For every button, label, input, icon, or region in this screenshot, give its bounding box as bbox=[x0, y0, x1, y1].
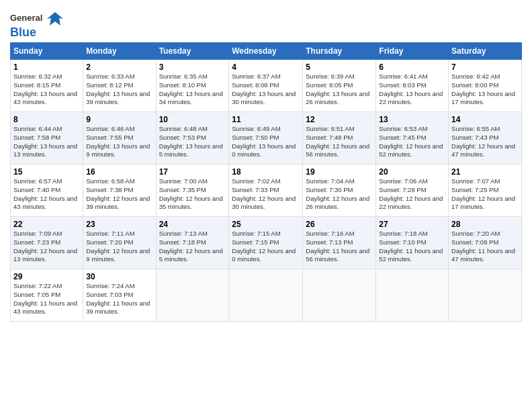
day-info: Sunrise: 6:33 AM Sunset: 8:12 PM Dayligh… bbox=[86, 73, 152, 107]
day-number: 17 bbox=[159, 167, 226, 177]
day-number: 28 bbox=[451, 220, 519, 229]
day-number: 15 bbox=[13, 167, 80, 177]
calendar-cell: 9 Sunrise: 6:46 AM Sunset: 7:55 PM Dayli… bbox=[83, 112, 156, 165]
day-info: Sunrise: 7:02 AM Sunset: 7:33 PM Dayligh… bbox=[232, 177, 300, 212]
day-info: Sunrise: 6:42 AM Sunset: 8:00 PM Dayligh… bbox=[451, 73, 519, 107]
calendar-cell: 1 Sunrise: 6:32 AM Sunset: 8:15 PM Dayli… bbox=[11, 60, 83, 112]
day-info: Sunrise: 6:35 AM Sunset: 8:10 PM Dayligh… bbox=[159, 73, 226, 107]
calendar-cell: 28 Sunrise: 7:20 AM Sunset: 7:08 PM Dayl… bbox=[449, 217, 522, 269]
day-info: Sunrise: 7:18 AM Sunset: 7:10 PM Dayligh… bbox=[379, 230, 445, 264]
calendar-cell: 12 Sunrise: 6:51 AM Sunset: 7:48 PM Dayl… bbox=[303, 112, 376, 165]
calendar-cell: 11 Sunrise: 6:49 AM Sunset: 7:50 PM Dayl… bbox=[229, 112, 303, 165]
calendar-cell bbox=[303, 269, 376, 322]
day-info: Sunrise: 6:37 AM Sunset: 8:08 PM Dayligh… bbox=[232, 73, 300, 107]
day-info: Sunrise: 6:44 AM Sunset: 7:58 PM Dayligh… bbox=[13, 125, 80, 159]
day-number: 9 bbox=[86, 115, 152, 124]
day-info: Sunrise: 7:09 AM Sunset: 7:23 PM Dayligh… bbox=[13, 230, 80, 264]
calendar-cell: 6 Sunrise: 6:41 AM Sunset: 8:03 PM Dayli… bbox=[376, 60, 449, 112]
calendar-cell: 20 Sunrise: 7:06 AM Sunset: 7:28 PM Dayl… bbox=[376, 165, 449, 217]
calendar-cell: 7 Sunrise: 6:42 AM Sunset: 8:00 PM Dayli… bbox=[449, 60, 522, 112]
calendar-header-monday: Monday bbox=[83, 43, 156, 60]
day-info: Sunrise: 6:46 AM Sunset: 7:55 PM Dayligh… bbox=[86, 125, 152, 159]
calendar-cell: 14 Sunrise: 6:55 AM Sunset: 7:43 PM Dayl… bbox=[449, 112, 522, 165]
calendar-header-saturday: Saturday bbox=[449, 43, 522, 60]
day-number: 2 bbox=[86, 62, 152, 72]
calendar-cell bbox=[156, 269, 229, 322]
calendar-cell: 10 Sunrise: 6:48 AM Sunset: 7:53 PM Dayl… bbox=[156, 112, 229, 165]
calendar-cell: 23 Sunrise: 7:11 AM Sunset: 7:20 PM Dayl… bbox=[83, 217, 156, 269]
calendar-cell: 26 Sunrise: 7:16 AM Sunset: 7:13 PM Dayl… bbox=[303, 217, 376, 269]
calendar-cell: 17 Sunrise: 7:00 AM Sunset: 7:35 PM Dayl… bbox=[156, 165, 229, 217]
calendar-cell: 16 Sunrise: 6:58 AM Sunset: 7:38 PM Dayl… bbox=[83, 165, 156, 217]
day-number: 13 bbox=[379, 115, 445, 124]
day-number: 27 bbox=[379, 220, 445, 229]
day-info: Sunrise: 6:55 AM Sunset: 7:43 PM Dayligh… bbox=[451, 125, 519, 159]
logo-general: General bbox=[10, 13, 42, 23]
calendar-cell: 8 Sunrise: 6:44 AM Sunset: 7:58 PM Dayli… bbox=[11, 112, 83, 165]
calendar-cell: 15 Sunrise: 6:57 AM Sunset: 7:40 PM Dayl… bbox=[11, 165, 83, 217]
day-number: 21 bbox=[451, 167, 519, 177]
svg-marker-0 bbox=[47, 12, 63, 26]
day-number: 3 bbox=[159, 62, 226, 72]
logo-bird-icon bbox=[46, 9, 64, 28]
day-info: Sunrise: 7:06 AM Sunset: 7:28 PM Dayligh… bbox=[379, 177, 445, 212]
calendar-cell: 27 Sunrise: 7:18 AM Sunset: 7:10 PM Dayl… bbox=[376, 217, 449, 269]
day-info: Sunrise: 6:39 AM Sunset: 8:05 PM Dayligh… bbox=[306, 73, 373, 107]
calendar-cell bbox=[376, 269, 449, 322]
day-info: Sunrise: 6:49 AM Sunset: 7:50 PM Dayligh… bbox=[232, 125, 300, 159]
calendar-week-4: 22 Sunrise: 7:09 AM Sunset: 7:23 PM Dayl… bbox=[11, 217, 522, 269]
day-number: 20 bbox=[379, 167, 445, 177]
calendar-cell: 25 Sunrise: 7:15 AM Sunset: 7:15 PM Dayl… bbox=[229, 217, 303, 269]
day-number: 26 bbox=[306, 220, 373, 229]
day-info: Sunrise: 7:11 AM Sunset: 7:20 PM Dayligh… bbox=[86, 230, 152, 264]
calendar-week-1: 1 Sunrise: 6:32 AM Sunset: 8:15 PM Dayli… bbox=[11, 60, 522, 112]
day-number: 24 bbox=[159, 220, 226, 229]
logo: General Blue bbox=[10, 9, 64, 40]
day-number: 29 bbox=[13, 272, 80, 281]
day-info: Sunrise: 6:32 AM Sunset: 8:15 PM Dayligh… bbox=[13, 73, 80, 107]
day-number: 4 bbox=[232, 62, 300, 72]
day-number: 11 bbox=[232, 115, 300, 124]
day-number: 5 bbox=[306, 62, 373, 72]
day-number: 22 bbox=[13, 220, 80, 229]
calendar-week-3: 15 Sunrise: 6:57 AM Sunset: 7:40 PM Dayl… bbox=[11, 165, 522, 217]
day-number: 25 bbox=[232, 220, 300, 229]
calendar-cell: 18 Sunrise: 7:02 AM Sunset: 7:33 PM Dayl… bbox=[229, 165, 303, 217]
day-number: 8 bbox=[13, 115, 80, 124]
calendar-cell: 2 Sunrise: 6:33 AM Sunset: 8:12 PM Dayli… bbox=[83, 60, 156, 112]
day-info: Sunrise: 7:00 AM Sunset: 7:35 PM Dayligh… bbox=[159, 177, 226, 212]
calendar-cell bbox=[449, 269, 522, 322]
day-info: Sunrise: 6:51 AM Sunset: 7:48 PM Dayligh… bbox=[306, 125, 373, 159]
calendar-header-sunday: Sunday bbox=[11, 43, 83, 60]
calendar-cell: 24 Sunrise: 7:13 AM Sunset: 7:18 PM Dayl… bbox=[156, 217, 229, 269]
day-info: Sunrise: 6:48 AM Sunset: 7:53 PM Dayligh… bbox=[159, 125, 226, 159]
calendar-cell: 19 Sunrise: 7:04 AM Sunset: 7:30 PM Dayl… bbox=[303, 165, 376, 217]
day-info: Sunrise: 6:53 AM Sunset: 7:45 PM Dayligh… bbox=[379, 125, 445, 159]
calendar-week-5: 29 Sunrise: 7:22 AM Sunset: 7:05 PM Dayl… bbox=[11, 269, 522, 322]
calendar-cell: 21 Sunrise: 7:07 AM Sunset: 7:25 PM Dayl… bbox=[449, 165, 522, 217]
calendar-header-wednesday: Wednesday bbox=[229, 43, 303, 60]
day-info: Sunrise: 6:41 AM Sunset: 8:03 PM Dayligh… bbox=[379, 73, 445, 107]
calendar-cell: 22 Sunrise: 7:09 AM Sunset: 7:23 PM Dayl… bbox=[11, 217, 83, 269]
calendar-week-2: 8 Sunrise: 6:44 AM Sunset: 7:58 PM Dayli… bbox=[11, 112, 522, 165]
calendar-table: SundayMondayTuesdayWednesdayThursdayFrid… bbox=[10, 42, 522, 322]
day-info: Sunrise: 7:15 AM Sunset: 7:15 PM Dayligh… bbox=[232, 230, 300, 264]
day-number: 18 bbox=[232, 167, 300, 177]
day-info: Sunrise: 7:20 AM Sunset: 7:08 PM Dayligh… bbox=[451, 230, 519, 264]
calendar-cell: 3 Sunrise: 6:35 AM Sunset: 8:10 PM Dayli… bbox=[156, 60, 229, 112]
calendar-cell bbox=[229, 269, 303, 322]
day-number: 14 bbox=[451, 115, 519, 124]
calendar-header-tuesday: Tuesday bbox=[156, 43, 229, 60]
calendar-header-row: SundayMondayTuesdayWednesdayThursdayFrid… bbox=[11, 43, 522, 60]
day-info: Sunrise: 7:22 AM Sunset: 7:05 PM Dayligh… bbox=[13, 282, 80, 316]
calendar-header-friday: Friday bbox=[376, 43, 449, 60]
day-number: 30 bbox=[86, 272, 152, 281]
day-number: 23 bbox=[86, 220, 152, 229]
day-number: 12 bbox=[306, 115, 373, 124]
calendar-cell: 4 Sunrise: 6:37 AM Sunset: 8:08 PM Dayli… bbox=[229, 60, 303, 112]
day-number: 10 bbox=[159, 115, 226, 124]
day-number: 1 bbox=[13, 62, 80, 72]
calendar-cell: 13 Sunrise: 6:53 AM Sunset: 7:45 PM Dayl… bbox=[376, 112, 449, 165]
day-number: 7 bbox=[451, 62, 519, 72]
day-info: Sunrise: 7:24 AM Sunset: 7:03 PM Dayligh… bbox=[86, 282, 152, 316]
